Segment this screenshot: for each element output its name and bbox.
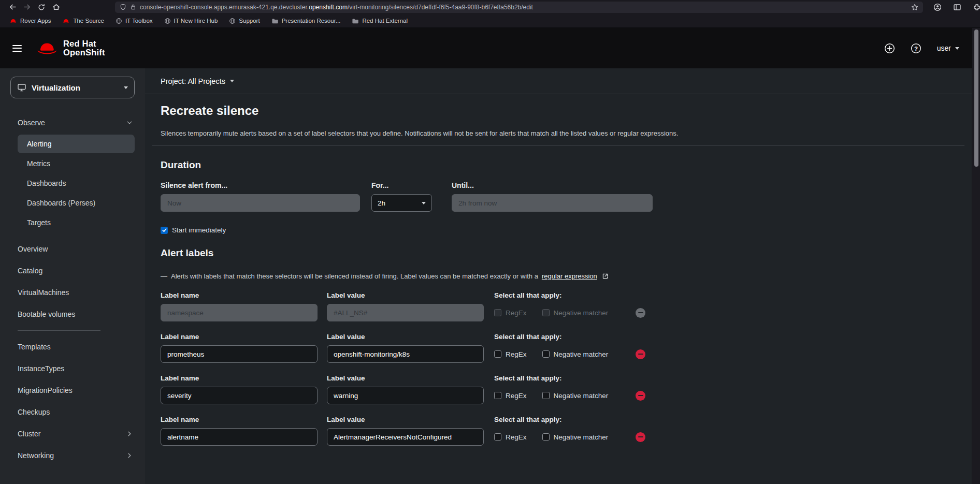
remove-matcher-button[interactable] xyxy=(636,432,645,442)
folder-icon xyxy=(352,18,359,24)
sidebar-item-networking[interactable]: Networking xyxy=(0,445,145,466)
question-circle-icon: ? xyxy=(911,43,921,54)
sidebar-item-cluster[interactable]: Cluster xyxy=(0,423,145,445)
select-all-header: Select all that apply: xyxy=(494,374,645,382)
sidebar-item-catalog[interactable]: Catalog xyxy=(0,260,145,282)
browser-account-button[interactable] xyxy=(930,2,945,13)
browser-forward-button[interactable] xyxy=(20,2,34,13)
regex-checkbox[interactable]: RegEx xyxy=(494,433,527,441)
matcher-name-input[interactable] xyxy=(161,387,318,404)
sidebar-item-alerting[interactable]: Alerting xyxy=(18,135,135,153)
duration-select-value: 2h xyxy=(378,199,385,207)
redhat-favicon-icon xyxy=(62,18,70,24)
main-content: Project: All Projects Recreate silence S… xyxy=(145,68,972,484)
browser-sidebar-button[interactable] xyxy=(950,2,964,13)
bookmark-folder-red-hat-external[interactable]: Red Hat External xyxy=(348,16,412,25)
remove-matcher-button[interactable] xyxy=(636,349,645,359)
lock-icon[interactable] xyxy=(130,4,136,10)
matcher-value-input[interactable] xyxy=(327,345,484,363)
regular-expression-link[interactable]: regular expression xyxy=(542,272,597,280)
scrollbar-thumb[interactable] xyxy=(974,30,978,167)
browser-toolbar: console-openshift-console.apps.emurasak-… xyxy=(0,0,980,14)
globe-icon xyxy=(164,18,171,24)
regex-checkbox[interactable]: RegEx xyxy=(494,350,527,358)
for-label: For... xyxy=(371,181,432,189)
bookmark-support[interactable]: Support xyxy=(225,16,264,26)
sidebar-item-instancetypes[interactable]: InstanceTypes xyxy=(0,358,145,379)
help-button[interactable]: ? xyxy=(911,43,921,54)
sidebars-icon xyxy=(953,3,961,11)
chevron-down-icon xyxy=(124,86,128,89)
toolbar-right-icons xyxy=(930,2,975,13)
start-immediately-label: Start immediately xyxy=(172,226,226,234)
user-menu[interactable]: user xyxy=(937,44,959,52)
sidebar-item-observe[interactable]: Observe xyxy=(0,112,145,134)
extensions-puzzle-icon xyxy=(973,3,980,11)
sidebar-item-bootable-volumes[interactable]: Bootable volumes xyxy=(0,303,145,325)
browser-reload-button[interactable] xyxy=(34,2,49,13)
checkbox-icon xyxy=(494,392,501,399)
sidebar: Virtualization Observe Alerting Metrics … xyxy=(0,68,145,484)
label-value-header: Label value xyxy=(327,374,484,382)
sidebar-item-targets[interactable]: Targets xyxy=(18,213,135,232)
globe-icon xyxy=(116,18,122,24)
sidebar-item-dashboards-perses[interactable]: Dashboards (Perses) xyxy=(18,194,135,212)
sidebar-item-overview[interactable]: Overview xyxy=(0,238,145,260)
label-value-header: Label value xyxy=(327,333,484,341)
perspective-switcher[interactable]: Virtualization xyxy=(10,77,135,98)
bookmark-it-toolbox[interactable]: IT Toolbox xyxy=(111,16,157,26)
brand-line-1: Red Hat xyxy=(63,39,105,48)
matcher-value-input[interactable] xyxy=(327,428,484,446)
browser-extensions-button[interactable] xyxy=(970,2,980,13)
matcher-row: Label name Label value Select all that a… xyxy=(161,374,956,404)
chevron-down-icon xyxy=(230,80,234,82)
checkbox-icon xyxy=(542,350,550,358)
bookmark-it-new-hire-hub[interactable]: IT New Hire Hub xyxy=(160,16,222,26)
bookmark-the-source[interactable]: The Source xyxy=(58,16,108,25)
label-name-header: Label name xyxy=(161,333,318,341)
tracking-shield-icon[interactable] xyxy=(120,4,126,10)
start-immediately-checkbox[interactable]: Start immediately xyxy=(161,226,226,234)
matcher-value-input xyxy=(327,304,484,321)
matcher-name-input[interactable] xyxy=(161,428,318,446)
duration-select[interactable]: 2h xyxy=(371,194,432,212)
page-description: Silences temporarily mute alerts based o… xyxy=(161,129,956,137)
negative-matcher-checkbox[interactable]: Negative matcher xyxy=(542,350,609,358)
folder-icon xyxy=(271,18,279,24)
back-arrow-icon xyxy=(9,3,17,11)
matcher-name-input[interactable] xyxy=(161,345,318,363)
bookmark-star-icon[interactable] xyxy=(911,4,918,11)
matcher-value-input[interactable] xyxy=(327,387,484,404)
remove-matcher-button[interactable] xyxy=(636,391,645,401)
select-all-header: Select all that apply: xyxy=(494,416,645,423)
checkbox-icon xyxy=(542,433,550,441)
negative-matcher-checkbox: Negative matcher xyxy=(542,309,609,317)
bookmark-folder-presentation-resources[interactable]: Presentation Resour... xyxy=(267,16,345,25)
regex-checkbox[interactable]: RegEx xyxy=(494,392,527,400)
address-bar[interactable]: console-openshift-console.apps.emurasak-… xyxy=(115,2,923,13)
sidebar-item-migrationpolicies[interactable]: MigrationPolicies xyxy=(0,379,145,401)
sidebar-item-templates[interactable]: Templates xyxy=(0,336,145,358)
url-text: console-openshift-console.apps.emurasak-… xyxy=(140,4,907,11)
browser-back-button[interactable] xyxy=(5,2,20,13)
svg-text:?: ? xyxy=(914,45,918,51)
globe-icon xyxy=(229,18,236,24)
quick-create-button[interactable] xyxy=(884,43,895,54)
project-selector[interactable]: Project: All Projects xyxy=(145,68,972,94)
project-selector-label: Project: All Projects xyxy=(161,77,225,85)
bookmark-rover-apps[interactable]: Rover Apps xyxy=(5,16,55,25)
sidebar-item-checkups[interactable]: Checkups xyxy=(0,401,145,423)
external-link-icon xyxy=(602,273,609,280)
browser-home-button[interactable] xyxy=(49,2,63,13)
matcher-name-input xyxy=(161,304,318,321)
checkbox-icon xyxy=(494,433,501,441)
negative-matcher-checkbox[interactable]: Negative matcher xyxy=(542,433,609,441)
page-scrollbar[interactable] xyxy=(972,28,980,484)
sidebar-item-metrics[interactable]: Metrics xyxy=(18,154,135,173)
sidebar-item-dashboards[interactable]: Dashboards xyxy=(18,174,135,193)
negative-matcher-checkbox[interactable]: Negative matcher xyxy=(542,392,609,400)
nav-toggle-button[interactable] xyxy=(12,45,22,52)
checkbox-icon xyxy=(494,309,501,316)
sidebar-item-virtualmachines[interactable]: VirtualMachines xyxy=(0,282,145,303)
checkbox-icon xyxy=(542,309,550,316)
